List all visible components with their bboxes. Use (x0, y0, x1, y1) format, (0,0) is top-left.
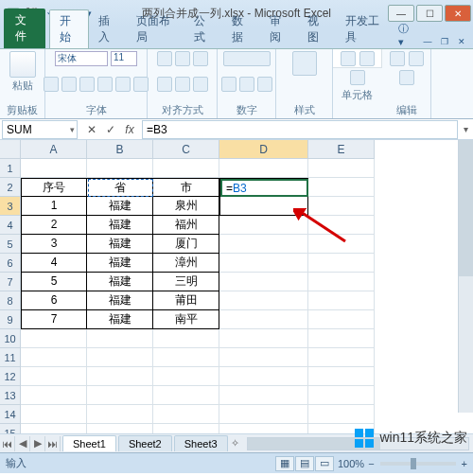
enter-formula-icon[interactable]: ✓ (102, 121, 119, 138)
percent-icon[interactable] (221, 77, 236, 92)
row-header[interactable]: 10 (0, 329, 21, 348)
align-top-icon[interactable] (157, 51, 172, 66)
cell[interactable] (21, 348, 87, 367)
cell[interactable] (153, 348, 219, 367)
cell[interactable]: 4 (21, 254, 87, 273)
cell[interactable] (219, 348, 308, 367)
align-left-icon[interactable] (157, 77, 172, 92)
sheet-tab-3[interactable]: Sheet3 (174, 435, 228, 451)
active-cell-D3[interactable]: =B3 (220, 179, 308, 197)
align-center-icon[interactable] (175, 77, 190, 92)
cell[interactable]: 福建 (87, 273, 153, 291)
cell[interactable] (308, 367, 375, 386)
cell[interactable]: 3 (21, 235, 87, 254)
row-header[interactable]: 6 (0, 254, 21, 273)
tab-data[interactable]: 数据 (222, 10, 260, 48)
worksheet-grid[interactable]: A B C D E 1 2 序号 省 市 所在省市 3 1 福建 泉州 4 2福… (0, 140, 473, 433)
row-header[interactable]: 15 (0, 424, 21, 433)
zoom-thumb[interactable] (411, 458, 416, 469)
cell[interactable] (153, 405, 219, 424)
sheet-nav-next-icon[interactable]: ▶ (30, 436, 45, 451)
doc-restore-icon[interactable]: ❐ (437, 35, 452, 48)
row-header[interactable]: 11 (0, 348, 21, 367)
align-mid-icon[interactable] (175, 51, 190, 66)
maximize-button[interactable]: ☐ (416, 5, 443, 22)
cell[interactable]: 泉州 (153, 197, 219, 216)
sheet-tab-1[interactable]: Sheet1 (62, 435, 116, 451)
cell[interactable]: 福建 (87, 254, 153, 273)
cell[interactable]: 漳州 (153, 254, 219, 273)
formula-input[interactable]: =B3 (142, 120, 458, 139)
col-header-A[interactable]: A (21, 140, 87, 159)
cell[interactable]: 序号 (21, 178, 87, 197)
page-break-view-icon[interactable]: ▭ (315, 456, 334, 471)
cell[interactable]: 市 (153, 178, 219, 197)
cell[interactable]: 厦门 (153, 235, 219, 254)
tab-layout[interactable]: 页面布局 (127, 10, 184, 48)
sort-icon[interactable] (409, 51, 424, 66)
vscroll-thumb[interactable] (459, 140, 473, 276)
cell[interactable] (308, 310, 375, 329)
cell[interactable]: 福建 (87, 235, 153, 254)
cell[interactable] (21, 424, 87, 433)
row-header[interactable]: 7 (0, 273, 21, 291)
cell[interactable] (87, 367, 153, 386)
cell[interactable] (308, 405, 375, 424)
cell[interactable] (87, 348, 153, 367)
row-header[interactable]: 13 (0, 386, 21, 405)
tab-review[interactable]: 审阅 (260, 10, 298, 48)
row-header[interactable]: 9 (0, 310, 21, 329)
cell[interactable] (21, 386, 87, 405)
cell[interactable]: 2 (21, 216, 87, 235)
page-layout-view-icon[interactable]: ▤ (295, 456, 314, 471)
name-box[interactable]: SUM ▾ (2, 120, 78, 139)
cell[interactable] (308, 273, 375, 291)
cell[interactable]: 三明 (153, 273, 219, 291)
row-header[interactable]: 2 (0, 178, 21, 197)
tab-insert[interactable]: 插入 (89, 10, 127, 48)
cell[interactable] (219, 235, 308, 254)
cell[interactable] (219, 405, 308, 424)
insert-cell-icon[interactable] (341, 51, 356, 66)
row-header[interactable]: 12 (0, 367, 21, 386)
decimal-icon[interactable] (257, 77, 272, 92)
cell[interactable]: 福州 (153, 216, 219, 235)
styles-icon[interactable] (292, 51, 317, 76)
find-icon[interactable] (399, 70, 414, 85)
col-header-D[interactable]: D (219, 140, 308, 159)
cell[interactable] (308, 386, 375, 405)
doc-minimize-icon[interactable]: — (420, 35, 435, 48)
expand-formula-icon[interactable]: ▾ (458, 124, 473, 134)
cell[interactable]: 莆田 (153, 291, 219, 310)
border-icon[interactable] (97, 77, 113, 92)
col-header-C[interactable]: C (153, 140, 219, 159)
cell[interactable] (308, 291, 375, 310)
cell[interactable] (219, 254, 308, 273)
cell[interactable] (219, 424, 308, 433)
cell[interactable] (308, 197, 375, 216)
number-format-icon[interactable] (223, 51, 271, 66)
cancel-formula-icon[interactable]: ✕ (83, 121, 100, 138)
cell[interactable] (219, 291, 308, 310)
format-cell-icon[interactable] (350, 70, 365, 85)
cell[interactable] (219, 386, 308, 405)
tab-formulas[interactable]: 公式 (184, 10, 222, 48)
fill-color-icon[interactable] (115, 77, 131, 92)
name-box-dropdown-icon[interactable]: ▾ (70, 125, 75, 134)
delete-cell-icon[interactable] (359, 51, 375, 66)
col-header-B[interactable]: B (87, 140, 153, 159)
cell[interactable] (87, 424, 153, 433)
cell[interactable]: 省 (87, 178, 153, 197)
cell-D3[interactable] (219, 197, 308, 216)
tab-dev[interactable]: 开发工具 (336, 10, 393, 48)
cell[interactable] (87, 159, 153, 178)
cell[interactable]: 福建 (87, 216, 153, 235)
cell[interactable] (153, 424, 219, 433)
sheet-tab-2[interactable]: Sheet2 (118, 435, 172, 451)
cell[interactable] (87, 386, 153, 405)
comma-icon[interactable] (239, 77, 254, 92)
underline-icon[interactable] (79, 77, 95, 92)
cell[interactable] (153, 329, 219, 348)
tab-file[interactable]: 文件 (4, 9, 45, 48)
cell[interactable]: 1 (21, 197, 87, 216)
